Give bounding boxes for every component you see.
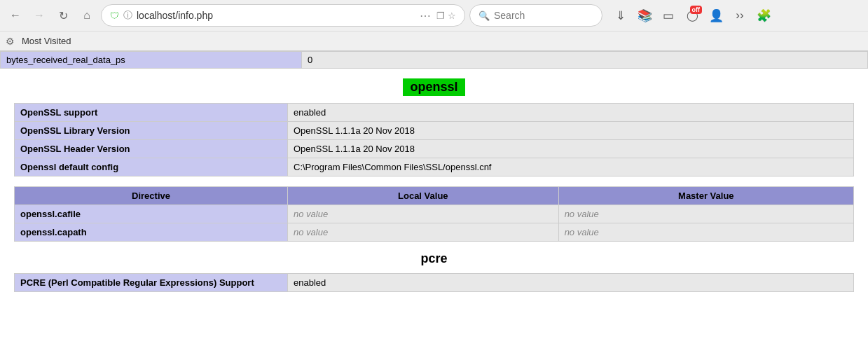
library-button[interactable]: 📚 — [633, 4, 656, 27]
key-cell: bytes_received_real_data_ps — [1, 52, 302, 69]
value-cell: C:\Program Files\Common Files\SSL/openss… — [288, 158, 854, 176]
openssl-heading-text: openssl — [403, 78, 464, 96]
value-cell: enabled — [288, 104, 854, 122]
info-icon: ⓘ — [123, 9, 132, 22]
most-visited-link[interactable]: Most Visited — [18, 34, 76, 48]
bookmarks-bar: ⚙ Most Visited — [0, 31, 868, 50]
table-row: PCRE (Perl Compatible Regular Expression… — [15, 274, 854, 292]
bookmark-icons: ❐ ☆ — [436, 11, 456, 21]
value-cell: OpenSSL 1.1.1a 20 Nov 2018 — [288, 122, 854, 140]
sidebar-button[interactable]: ▭ — [657, 4, 680, 27]
value-cell: OpenSSL 1.1.1a 20 Nov 2018 — [288, 140, 854, 158]
directive-name: openssl.cafile — [15, 205, 288, 223]
key-cell: Openssl default config — [15, 158, 288, 176]
back-button[interactable]: ← — [6, 6, 25, 25]
pcre-info-table: PCRE (Perl Compatible Regular Expression… — [14, 273, 854, 292]
container-button[interactable]: ◯ off — [681, 4, 703, 27]
toolbar-icons: ⇓ 📚 ▭ ◯ off 👤 ›› 🧩 — [609, 4, 775, 27]
value-cell: 0 — [302, 52, 868, 69]
address-bar[interactable]: 🛡 ⓘ localhost/info.php ⋯ ❐ ☆ — [101, 4, 465, 27]
url-display: localhost/info.php — [137, 10, 415, 21]
key-cell: PCRE (Perl Compatible Regular Expression… — [15, 274, 288, 292]
pcre-section-heading: pcre — [0, 251, 868, 266]
directive-header: Master Value — [558, 187, 853, 205]
refresh-button[interactable]: ↻ — [53, 6, 73, 25]
gear-icon: ⚙ — [6, 36, 15, 47]
extensions-button[interactable]: 🧩 — [752, 4, 775, 27]
more-options-icon[interactable]: ⋯ — [420, 9, 432, 22]
directive-header: Directive — [15, 187, 288, 205]
openssl-info-table: OpenSSL supportenabledOpenSSL Library Ve… — [14, 103, 854, 176]
local-value: no value — [288, 205, 559, 223]
shield-icon: 🛡 — [110, 11, 119, 21]
table-row: openssl.capathno valueno value — [15, 223, 854, 242]
page-content: bytes_received_real_data_ps 0 openssl Op… — [0, 51, 868, 360]
table-row: OpenSSL supportenabled — [15, 104, 854, 122]
key-cell: OpenSSL support — [15, 104, 288, 122]
browser-chrome: ← → ↻ ⌂ 🛡 ⓘ localhost/info.php ⋯ ❐ ☆ 🔍 ⇓… — [0, 0, 868, 51]
key-cell: OpenSSL Library Version — [15, 122, 288, 140]
top-strip-table: bytes_received_real_data_ps 0 — [0, 51, 868, 69]
more-menu-button[interactable]: ›› — [729, 4, 751, 27]
search-input[interactable] — [494, 10, 578, 21]
table-row: OpenSSL Library VersionOpenSSL 1.1.1a 20… — [15, 122, 854, 140]
search-icon: 🔍 — [478, 11, 490, 21]
master-value: no value — [558, 205, 853, 223]
forward-button[interactable]: → — [29, 6, 49, 25]
container-badge: off — [690, 6, 703, 14]
key-cell: OpenSSL Header Version — [15, 140, 288, 158]
local-value: no value — [288, 223, 559, 242]
downloads-button[interactable]: ⇓ — [609, 4, 632, 27]
table-row: bytes_received_real_data_ps 0 — [1, 52, 868, 69]
openssl-directive-table: DirectiveLocal ValueMaster Value openssl… — [14, 186, 854, 242]
openssl-section-heading: openssl — [0, 78, 868, 96]
table-row: OpenSSL Header VersionOpenSSL 1.1.1a 20 … — [15, 140, 854, 158]
browser-toolbar: ← → ↻ ⌂ 🛡 ⓘ localhost/info.php ⋯ ❐ ☆ 🔍 ⇓… — [0, 0, 868, 31]
value-cell: enabled — [288, 274, 854, 292]
home-button[interactable]: ⌂ — [77, 6, 97, 25]
directive-header: Local Value — [288, 187, 559, 205]
search-bar[interactable]: 🔍 — [469, 4, 602, 27]
account-button[interactable]: 👤 — [705, 4, 727, 27]
master-value: no value — [558, 223, 853, 242]
pcre-heading-text: pcre — [420, 251, 447, 265]
star-icon[interactable]: ☆ — [448, 11, 456, 21]
table-row: Openssl default configC:\Program Files\C… — [15, 158, 854, 176]
table-row: openssl.cafileno valueno value — [15, 205, 854, 223]
pocket-icon[interactable]: ❐ — [436, 11, 445, 21]
directive-name: openssl.capath — [15, 223, 288, 242]
